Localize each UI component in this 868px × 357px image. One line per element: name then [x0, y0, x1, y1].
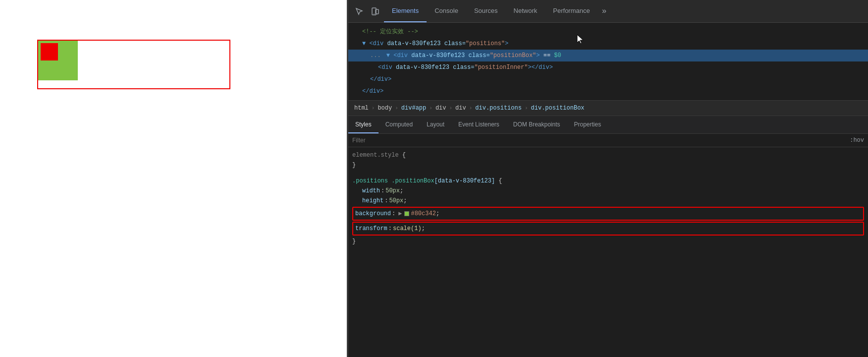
red-block: [41, 43, 58, 60]
css-closing-element-style: }: [352, 160, 864, 170]
css-rule-element-style: element.style { }: [352, 150, 864, 170]
styles-tab-properties[interactable]: Properties: [567, 116, 608, 133]
styles-tab-event-listeners[interactable]: Event Listeners: [451, 116, 506, 133]
tree-comment: <!-- 定位实效 -->: [348, 26, 868, 38]
elements-panel: <!-- 定位实效 --> ▼ <div data-v-830fe123 cla…: [348, 23, 868, 357]
tree-line-positions[interactable]: ▼ <div data-v-830fe123 class="positions"…: [348, 38, 868, 50]
devtools-tabs: Elements Console Sources Network Perform…: [384, 0, 864, 22]
filter-input[interactable]: [352, 137, 850, 144]
tree-line-close-positionbox: </div>: [348, 73, 868, 85]
styles-panel: Styles Computed Layout Event Listeners D…: [348, 116, 868, 357]
breadcrumb-div1[interactable]: div: [434, 104, 448, 113]
css-prop-width: width: 50px;: [352, 186, 864, 196]
tree-line-positioninner[interactable]: <div data-v-830fe123 class="positionInne…: [348, 61, 868, 73]
styles-tab-computed[interactable]: Computed: [379, 116, 420, 133]
demo-box: [37, 40, 230, 89]
devtools-toolbar: Elements Console Sources Network Perform…: [348, 0, 868, 23]
color-swatch-background[interactable]: [404, 211, 409, 216]
styles-tab-layout[interactable]: Layout: [420, 116, 451, 133]
hov-toggle[interactable]: :hov: [850, 137, 864, 144]
tree-line-close-positions: </div>: [348, 85, 868, 97]
breadcrumb: html › body › div#app › div › div › div.…: [348, 101, 868, 116]
breadcrumb-div2[interactable]: div: [453, 104, 468, 113]
tab-console[interactable]: Console: [427, 0, 466, 22]
breadcrumb-divapp[interactable]: div#app: [399, 104, 428, 113]
styles-tab-dom-breakpoints[interactable]: DOM Breakpoints: [506, 116, 567, 133]
tab-sources[interactable]: Sources: [466, 0, 506, 22]
tab-performance[interactable]: Performance: [545, 0, 597, 22]
css-prop-height: height: 50px;: [352, 196, 864, 206]
styles-tab-styles[interactable]: Styles: [348, 116, 379, 133]
tab-network[interactable]: Network: [506, 0, 545, 22]
breadcrumb-body[interactable]: body: [376, 104, 394, 113]
tab-elements[interactable]: Elements: [384, 0, 427, 22]
styles-tabs: Styles Computed Layout Event Listeners D…: [348, 116, 868, 134]
svg-point-2: [374, 13, 375, 14]
tab-overflow-button[interactable]: »: [598, 7, 611, 16]
inspect-icon[interactable]: [352, 4, 366, 18]
css-selector-positionbox: .positions .positionBox[data-v-830fe123]…: [352, 176, 864, 186]
css-rule-positionbox: .positions .positionBox[data-v-830fe123]…: [352, 176, 864, 246]
breadcrumb-html[interactable]: html: [352, 104, 371, 113]
css-prop-transform: transform: scale(1);: [352, 222, 864, 236]
browser-viewport: [0, 0, 347, 357]
breadcrumb-divpositionbox[interactable]: div.positionBox: [529, 104, 587, 113]
tree-line-positionbox[interactable]: ... ▼ <div data-v-830fe123 class="positi…: [348, 50, 868, 61]
css-closing-positionbox: }: [352, 237, 864, 246]
device-icon[interactable]: [368, 4, 382, 18]
devtools-panel: Elements Console Sources Network Perform…: [348, 0, 868, 357]
html-tree: <!-- 定位实效 --> ▼ <div data-v-830fe123 cla…: [348, 23, 868, 101]
breadcrumb-divpositions[interactable]: div.positions: [473, 104, 524, 113]
css-prop-background: background: ▶ #80c342 ;: [352, 207, 864, 221]
css-selector-element-style: element.style {: [352, 150, 864, 160]
css-content: element.style { } .positions .positionBo…: [348, 147, 868, 357]
filter-bar: :hov: [348, 134, 868, 147]
